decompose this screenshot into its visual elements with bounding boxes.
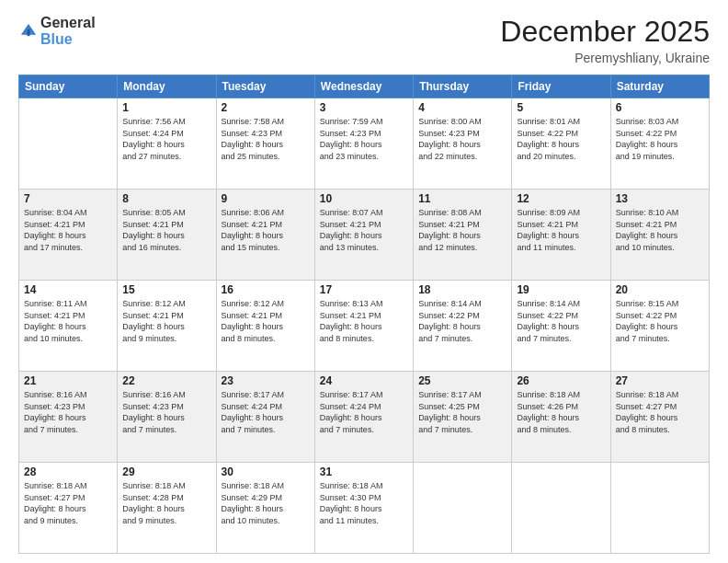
day-info: Sunrise: 7:59 AM Sunset: 4:23 PM Dayligh… <box>320 116 408 162</box>
day-number: 2 <box>222 101 310 114</box>
calendar-cell: 3Sunrise: 7:59 AM Sunset: 4:23 PM Daylig… <box>314 98 413 190</box>
calendar-cell: 24Sunrise: 8:17 AM Sunset: 4:24 PM Dayli… <box>314 372 413 463</box>
calendar-cell: 21Sunrise: 8:16 AM Sunset: 4:23 PM Dayli… <box>19 372 118 463</box>
day-number: 13 <box>616 192 704 205</box>
day-info: Sunrise: 8:17 AM Sunset: 4:25 PM Dayligh… <box>418 389 506 435</box>
calendar-cell: 28Sunrise: 8:18 AM Sunset: 4:27 PM Dayli… <box>19 463 118 554</box>
col-header-tuesday: Tuesday <box>216 75 314 98</box>
day-info: Sunrise: 8:08 AM Sunset: 4:21 PM Dayligh… <box>418 207 506 253</box>
day-info: Sunrise: 8:06 AM Sunset: 4:21 PM Dayligh… <box>222 207 310 253</box>
day-info: Sunrise: 8:16 AM Sunset: 4:23 PM Dayligh… <box>122 389 210 435</box>
header: General Blue December 2025 Peremyshliany… <box>18 15 710 65</box>
calendar-cell: 30Sunrise: 8:18 AM Sunset: 4:29 PM Dayli… <box>216 463 314 554</box>
day-info: Sunrise: 8:14 AM Sunset: 4:22 PM Dayligh… <box>418 298 506 344</box>
day-info: Sunrise: 8:09 AM Sunset: 4:21 PM Dayligh… <box>517 207 605 253</box>
day-number: 26 <box>517 374 605 387</box>
logo: General Blue <box>18 15 96 47</box>
calendar-cell: 27Sunrise: 8:18 AM Sunset: 4:27 PM Dayli… <box>610 372 709 463</box>
logo-general: General <box>40 15 96 31</box>
calendar-cell: 9Sunrise: 8:06 AM Sunset: 4:21 PM Daylig… <box>216 190 314 281</box>
calendar-cell: 19Sunrise: 8:14 AM Sunset: 4:22 PM Dayli… <box>512 281 610 372</box>
calendar-cell: 8Sunrise: 8:05 AM Sunset: 4:21 PM Daylig… <box>118 190 216 281</box>
day-number: 17 <box>320 283 408 296</box>
calendar-cell <box>19 98 118 190</box>
day-number: 28 <box>24 465 112 478</box>
calendar-week-row: 14Sunrise: 8:11 AM Sunset: 4:21 PM Dayli… <box>19 281 710 372</box>
month-title: December 2025 <box>500 15 710 49</box>
day-number: 5 <box>517 101 605 114</box>
col-header-sunday: Sunday <box>19 75 118 98</box>
day-number: 14 <box>24 283 112 296</box>
day-info: Sunrise: 7:56 AM Sunset: 4:24 PM Dayligh… <box>122 116 210 162</box>
day-info: Sunrise: 8:18 AM Sunset: 4:28 PM Dayligh… <box>122 480 210 526</box>
page: General Blue December 2025 Peremyshliany… <box>0 0 728 563</box>
day-info: Sunrise: 8:05 AM Sunset: 4:21 PM Dayligh… <box>122 207 210 253</box>
day-number: 1 <box>122 101 210 114</box>
day-number: 8 <box>122 192 210 205</box>
day-info: Sunrise: 8:12 AM Sunset: 4:21 PM Dayligh… <box>122 298 210 344</box>
day-number: 22 <box>122 374 210 387</box>
day-number: 19 <box>517 283 605 296</box>
calendar-week-row: 7Sunrise: 8:04 AM Sunset: 4:21 PM Daylig… <box>19 190 710 281</box>
col-header-thursday: Thursday <box>414 75 512 98</box>
calendar-table: SundayMondayTuesdayWednesdayThursdayFrid… <box>18 75 710 554</box>
day-info: Sunrise: 8:17 AM Sunset: 4:24 PM Dayligh… <box>320 389 408 435</box>
calendar-cell: 13Sunrise: 8:10 AM Sunset: 4:21 PM Dayli… <box>610 190 709 281</box>
calendar-cell: 16Sunrise: 8:12 AM Sunset: 4:21 PM Dayli… <box>216 281 314 372</box>
day-info: Sunrise: 8:13 AM Sunset: 4:21 PM Dayligh… <box>320 298 408 344</box>
day-number: 9 <box>222 192 310 205</box>
calendar-cell <box>414 463 512 554</box>
day-info: Sunrise: 8:15 AM Sunset: 4:22 PM Dayligh… <box>616 298 704 344</box>
day-info: Sunrise: 7:58 AM Sunset: 4:23 PM Dayligh… <box>222 116 310 162</box>
calendar-cell: 23Sunrise: 8:17 AM Sunset: 4:24 PM Dayli… <box>216 372 314 463</box>
day-number: 12 <box>517 192 605 205</box>
calendar-cell <box>512 463 610 554</box>
logo-icon <box>18 21 39 41</box>
calendar-cell: 22Sunrise: 8:16 AM Sunset: 4:23 PM Dayli… <box>118 372 216 463</box>
day-number: 30 <box>222 465 310 478</box>
calendar-week-row: 21Sunrise: 8:16 AM Sunset: 4:23 PM Dayli… <box>19 372 710 463</box>
day-number: 15 <box>122 283 210 296</box>
calendar-cell: 18Sunrise: 8:14 AM Sunset: 4:22 PM Dayli… <box>414 281 512 372</box>
day-number: 10 <box>320 192 408 205</box>
calendar-cell: 1Sunrise: 7:56 AM Sunset: 4:24 PM Daylig… <box>118 98 216 190</box>
day-number: 23 <box>222 374 310 387</box>
day-number: 3 <box>320 101 408 114</box>
day-info: Sunrise: 8:18 AM Sunset: 4:29 PM Dayligh… <box>222 480 310 526</box>
day-info: Sunrise: 8:11 AM Sunset: 4:21 PM Dayligh… <box>24 298 112 344</box>
day-info: Sunrise: 8:16 AM Sunset: 4:23 PM Dayligh… <box>24 389 112 435</box>
day-info: Sunrise: 8:07 AM Sunset: 4:21 PM Dayligh… <box>320 207 408 253</box>
day-number: 18 <box>418 283 506 296</box>
day-info: Sunrise: 8:01 AM Sunset: 4:22 PM Dayligh… <box>517 116 605 162</box>
day-info: Sunrise: 8:03 AM Sunset: 4:22 PM Dayligh… <box>616 116 704 162</box>
day-info: Sunrise: 8:18 AM Sunset: 4:27 PM Dayligh… <box>24 480 112 526</box>
calendar-cell: 15Sunrise: 8:12 AM Sunset: 4:21 PM Dayli… <box>118 281 216 372</box>
calendar-cell: 10Sunrise: 8:07 AM Sunset: 4:21 PM Dayli… <box>314 190 413 281</box>
calendar-header-row: SundayMondayTuesdayWednesdayThursdayFrid… <box>19 75 710 98</box>
day-number: 20 <box>616 283 704 296</box>
col-header-wednesday: Wednesday <box>314 75 413 98</box>
day-number: 27 <box>616 374 704 387</box>
day-info: Sunrise: 8:14 AM Sunset: 4:22 PM Dayligh… <box>517 298 605 344</box>
title-block: December 2025 Peremyshliany, Ukraine <box>500 15 710 65</box>
day-info: Sunrise: 8:18 AM Sunset: 4:30 PM Dayligh… <box>320 480 408 526</box>
calendar-cell: 2Sunrise: 7:58 AM Sunset: 4:23 PM Daylig… <box>216 98 314 190</box>
calendar-cell: 6Sunrise: 8:03 AM Sunset: 4:22 PM Daylig… <box>610 98 709 190</box>
day-number: 6 <box>616 101 704 114</box>
logo-blue: Blue <box>40 31 96 48</box>
calendar-cell: 25Sunrise: 8:17 AM Sunset: 4:25 PM Dayli… <box>414 372 512 463</box>
calendar-cell: 7Sunrise: 8:04 AM Sunset: 4:21 PM Daylig… <box>19 190 118 281</box>
calendar-cell: 29Sunrise: 8:18 AM Sunset: 4:28 PM Dayli… <box>118 463 216 554</box>
day-info: Sunrise: 8:00 AM Sunset: 4:23 PM Dayligh… <box>418 116 506 162</box>
calendar-cell <box>610 463 709 554</box>
calendar-cell: 26Sunrise: 8:18 AM Sunset: 4:26 PM Dayli… <box>512 372 610 463</box>
calendar-cell: 14Sunrise: 8:11 AM Sunset: 4:21 PM Dayli… <box>19 281 118 372</box>
calendar-cell: 20Sunrise: 8:15 AM Sunset: 4:22 PM Dayli… <box>610 281 709 372</box>
calendar-cell: 5Sunrise: 8:01 AM Sunset: 4:22 PM Daylig… <box>512 98 610 190</box>
day-number: 29 <box>122 465 210 478</box>
day-info: Sunrise: 8:18 AM Sunset: 4:26 PM Dayligh… <box>517 389 605 435</box>
day-number: 21 <box>24 374 112 387</box>
day-number: 4 <box>418 101 506 114</box>
day-info: Sunrise: 8:18 AM Sunset: 4:27 PM Dayligh… <box>616 389 704 435</box>
col-header-friday: Friday <box>512 75 610 98</box>
